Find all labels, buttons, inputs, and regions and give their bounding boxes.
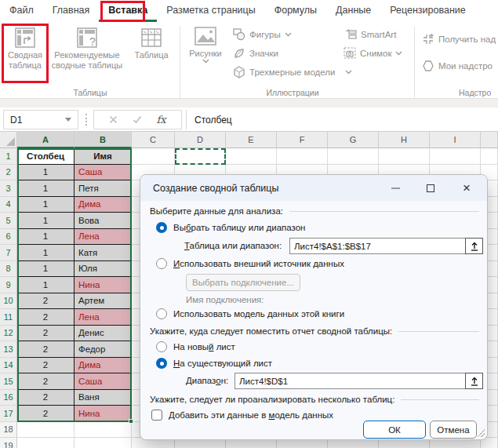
- cell-B16[interactable]: Ваня: [75, 390, 132, 406]
- cell-B7[interactable]: Катя: [75, 245, 132, 261]
- column-header-A[interactable]: A: [17, 132, 75, 148]
- tab-data[interactable]: Данные: [326, 0, 380, 22]
- radio-external-source[interactable]: Использовать внешний источник данных: [156, 258, 344, 269]
- tab-insert[interactable]: Вставка: [99, 0, 157, 22]
- cell-B5[interactable]: Вова: [75, 213, 132, 229]
- row-header-18[interactable]: 18: [0, 422, 17, 439]
- cell-A14[interactable]: 2: [17, 358, 75, 374]
- cell-B8[interactable]: Юля: [75, 261, 132, 278]
- pictures-button[interactable]: Рисунки: [184, 25, 227, 64]
- cell-B4[interactable]: Дима: [75, 197, 132, 213]
- radio-existing-worksheet[interactable]: На существующий лист: [156, 358, 272, 369]
- cell-B19[interactable]: [75, 438, 132, 448]
- cell-B6[interactable]: Лена: [75, 229, 132, 246]
- row-header-2[interactable]: 2: [0, 165, 17, 181]
- radio-data-model[interactable]: Использовать модель данных этой книги: [156, 308, 344, 319]
- row-header-11[interactable]: 11: [0, 309, 17, 326]
- row-header-13[interactable]: 13: [0, 341, 17, 358]
- column-header-C[interactable]: C: [132, 132, 175, 148]
- close-button[interactable]: ×: [451, 175, 482, 201]
- resize-grip[interactable]: [477, 429, 485, 437]
- add-to-data-model-checkbox[interactable]: Добавить эти данные в модель данных: [151, 410, 333, 421]
- row-header-1[interactable]: 1: [0, 148, 17, 165]
- cell-A3[interactable]: 1: [17, 180, 75, 197]
- cell-B18[interactable]: [75, 422, 132, 439]
- cell-A6[interactable]: 1: [17, 229, 75, 246]
- cell-empty[interactable]: [328, 148, 379, 165]
- table-button[interactable]: Таблица: [126, 25, 176, 60]
- cell-empty[interactable]: [226, 148, 277, 165]
- minimize-button[interactable]: [380, 175, 411, 201]
- cell-B3[interactable]: Петя: [75, 180, 132, 197]
- cell-A9[interactable]: 1: [17, 277, 75, 293]
- tab-file[interactable]: Файл: [0, 0, 43, 22]
- pivot-table-button[interactable]: Сводная таблица: [2, 25, 49, 70]
- recommended-pivot-tables-button[interactable]: ? Рекомендуемые сводные таблицы: [49, 25, 125, 70]
- 3d-models-button[interactable]: Трехмерные модели: [233, 66, 352, 78]
- column-header-G[interactable]: G: [328, 132, 379, 148]
- cell-A7[interactable]: 1: [17, 245, 75, 261]
- cell-B1[interactable]: Имя: [75, 148, 132, 165]
- column-header-E[interactable]: E: [226, 132, 277, 148]
- tab-review[interactable]: Рецензирование: [380, 0, 475, 22]
- name-box[interactable]: D1: [3, 110, 78, 129]
- row-header-10[interactable]: 10: [0, 293, 17, 310]
- icons-button[interactable]: Значки: [233, 47, 278, 60]
- column-header-H[interactable]: H: [379, 132, 430, 148]
- cell-B17[interactable]: Нина: [75, 406, 132, 422]
- cell-B11[interactable]: Лена: [75, 309, 132, 326]
- tab-formulas[interactable]: Формулы: [265, 0, 326, 22]
- row-header-8[interactable]: 8: [0, 261, 17, 278]
- row-header-5[interactable]: 5: [0, 213, 17, 229]
- cell-empty[interactable]: [481, 148, 498, 165]
- cell-A19[interactable]: [17, 438, 75, 448]
- maximize-button[interactable]: [415, 175, 446, 201]
- shapes-button[interactable]: Фигуры: [233, 28, 292, 41]
- cell-A17[interactable]: 2: [17, 406, 75, 422]
- radio-new-worksheet[interactable]: На новый лист: [156, 341, 235, 352]
- cell-A13[interactable]: 2: [17, 341, 75, 358]
- row-header-12[interactable]: 12: [0, 326, 17, 342]
- screenshot-button[interactable]: Снимок: [344, 47, 402, 59]
- row-header-7[interactable]: 7: [0, 245, 17, 261]
- row-header-4[interactable]: 4: [0, 197, 17, 213]
- cell-A11[interactable]: 2: [17, 309, 75, 326]
- cell-empty[interactable]: [277, 148, 328, 165]
- cell-B14[interactable]: Дима: [75, 358, 132, 374]
- cell-A1[interactable]: Столбец: [17, 148, 75, 165]
- cell-empty[interactable]: [132, 148, 175, 165]
- cell-A12[interactable]: 2: [17, 326, 75, 342]
- tab-home[interactable]: Главная: [43, 0, 100, 22]
- cell-A4[interactable]: 1: [17, 197, 75, 213]
- ok-button[interactable]: ОК: [363, 421, 426, 439]
- cell-A15[interactable]: 2: [17, 373, 75, 390]
- select-all-corner[interactable]: [0, 132, 17, 148]
- row-header-14[interactable]: 14: [0, 358, 17, 374]
- row-header-6[interactable]: 6: [0, 229, 17, 246]
- table-range-input[interactable]: [289, 238, 465, 254]
- range-selector-button[interactable]: [465, 373, 483, 389]
- destination-range-input[interactable]: [234, 373, 465, 389]
- row-header-3[interactable]: 3: [0, 180, 17, 197]
- name-box-dropdown-icon[interactable]: [65, 118, 71, 122]
- column-header-B[interactable]: B: [75, 132, 132, 148]
- range-selector-button[interactable]: [465, 238, 483, 254]
- cell-A16[interactable]: 2: [17, 390, 75, 406]
- cancel-button[interactable]: Отмена: [430, 421, 477, 439]
- cell-B2[interactable]: Саша: [75, 165, 132, 181]
- row-header-17[interactable]: 17: [0, 406, 17, 422]
- tab-page-layout[interactable]: Разметка страницы: [157, 0, 264, 22]
- radio-select-table-or-range[interactable]: Выбрать таблицу или диапазон: [156, 222, 305, 233]
- formula-content[interactable]: Столбец: [186, 110, 498, 129]
- smartart-button[interactable]: SmartArt: [344, 28, 396, 40]
- row-header-19[interactable]: 19: [0, 438, 17, 448]
- cell-B9[interactable]: Нина: [75, 277, 132, 293]
- column-header-D[interactable]: D: [175, 132, 226, 148]
- cell-A2[interactable]: 1: [17, 165, 75, 181]
- cell-A18[interactable]: [17, 422, 75, 439]
- cell-A8[interactable]: 1: [17, 261, 75, 278]
- column-header-F[interactable]: F: [277, 132, 328, 148]
- cell-empty[interactable]: [430, 148, 481, 165]
- confirm-entry-icon[interactable]: [133, 115, 142, 124]
- cell-B12[interactable]: Денис: [75, 326, 132, 342]
